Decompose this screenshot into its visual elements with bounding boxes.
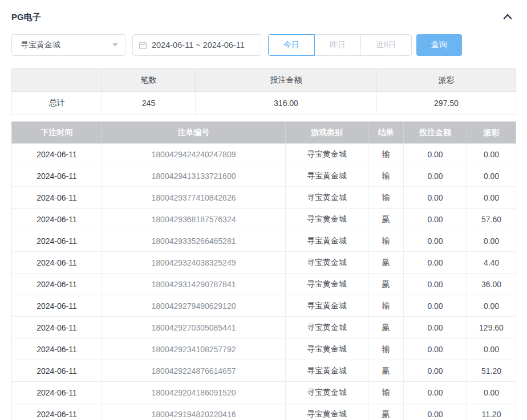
order-id-cell: 1800429194820220416 [102, 403, 286, 420]
last-8-days-button[interactable]: 近8日 [360, 34, 412, 56]
collapse-button[interactable] [503, 12, 512, 22]
game-category-cell: 寻宝黄金城 [286, 252, 368, 274]
payout-cell: 0.00 [467, 165, 516, 187]
result-cell: 赢 [368, 209, 404, 230]
payout-cell: 0.00 [467, 382, 516, 403]
table-row: 总计245316.00297.50 [12, 92, 516, 115]
yesterday-button[interactable]: 昨日 [314, 34, 361, 56]
result-cell: 赢 [368, 317, 404, 339]
bet-amount-cell: 316.00 [196, 92, 377, 115]
bet-time-cell: 2024-06-11 [12, 252, 102, 274]
bet-time-cell: 2024-06-11 [12, 230, 102, 252]
quick-date-button-group: 今日 昨日 近8日 [268, 34, 412, 56]
bet-time-cell: 2024-06-11 [12, 144, 102, 165]
result-cell: 输 [368, 339, 404, 360]
game-category-cell: 寻宝黄金城 [286, 339, 368, 360]
payout-cell: 0.00 [467, 295, 516, 317]
summary-table-body: 总计245316.00297.50 [12, 92, 516, 115]
bet-amount-cell: 0.00 [404, 144, 467, 165]
table-row: 2024-06-111800429279490629120寻宝黄金城输0.000… [12, 295, 516, 317]
bet-amount-cell: 0.00 [404, 295, 467, 317]
payout-cell: 57.60 [467, 209, 516, 230]
game-category-cell: 寻宝黄金城 [286, 187, 368, 209]
bet-time-cell: 2024-06-11 [12, 317, 102, 339]
order-id-cell: 1800429424240247809 [102, 144, 286, 165]
result-cell: 输 [368, 230, 404, 252]
order-id-cell: 1800429234108257792 [102, 339, 286, 360]
bet-amount-cell: 0.00 [404, 274, 467, 295]
detail-header-order-id: 注单编号 [102, 122, 286, 144]
detail-header-game-category: 游戏类别 [286, 122, 368, 144]
table-row: 2024-06-111800429413133721600寻宝黄金城输0.000… [12, 165, 516, 187]
bet-amount-cell: 0.00 [404, 360, 467, 382]
order-id-cell: 1800429324038325249 [102, 252, 286, 274]
detail-table: 下注时间 注单编号 游戏类别 结果 投注金额 派彩 2024-06-111800… [11, 121, 516, 420]
filter-bar: 寻宝黄金城 2024-06-11 ~ 2024-06-11 今日 昨日 近8日 … [11, 34, 516, 56]
payout-cell: 0.00 [467, 339, 516, 360]
game-category-cell: 寻宝黄金城 [286, 274, 368, 295]
summary-header-empty [12, 69, 102, 92]
payout-cell: 36.00 [467, 274, 516, 295]
table-row: 2024-06-111800429368187576324寻宝黄金城赢0.005… [12, 209, 516, 230]
detail-header-bet-time: 下注时间 [12, 122, 102, 144]
table-row: 2024-06-111800429234108257792寻宝黄金城输0.000… [12, 339, 516, 360]
today-button[interactable]: 今日 [268, 34, 315, 56]
summary-table: 笔数 投注金额 派彩 总计245316.00297.50 [11, 68, 516, 115]
bet-time-cell: 2024-06-11 [12, 339, 102, 360]
search-button[interactable]: 查询 [416, 34, 462, 56]
detail-table-body: 2024-06-111800429424240247809寻宝黄金城输0.000… [12, 144, 516, 420]
chevron-down-icon [112, 43, 118, 47]
bet-time-cell: 2024-06-11 [12, 360, 102, 382]
payout-cell: 0.00 [467, 187, 516, 209]
order-id-cell: 1800429335266465281 [102, 230, 286, 252]
summary-header-count: 笔数 [102, 69, 196, 92]
order-id-cell: 1800429224876614657 [102, 360, 286, 382]
detail-header-row: 下注时间 注单编号 游戏类别 结果 投注金额 派彩 [12, 122, 516, 144]
result-cell: 赢 [368, 360, 404, 382]
payout-cell: 129.60 [467, 317, 516, 339]
bet-amount-cell: 0.00 [404, 339, 467, 360]
bet-amount-cell: 0.00 [404, 230, 467, 252]
game-category-cell: 寻宝黄金城 [286, 382, 368, 403]
date-range-input[interactable]: 2024-06-11 ~ 2024-06-11 [132, 34, 261, 56]
table-row: 2024-06-111800429324038325249寻宝黄金城赢0.004… [12, 252, 516, 274]
bet-amount-cell: 0.00 [404, 165, 467, 187]
count-cell: 245 [102, 92, 196, 115]
bet-amount-cell: 0.00 [404, 403, 467, 420]
date-range-value: 2024-06-11 ~ 2024-06-11 [152, 40, 245, 50]
bet-time-cell: 2024-06-11 [12, 165, 102, 187]
game-category-cell: 寻宝黄金城 [286, 403, 368, 420]
game-category-cell: 寻宝黄金城 [286, 209, 368, 230]
order-id-cell: 1800429377410842626 [102, 187, 286, 209]
game-select-value: 寻宝黄金城 [21, 40, 60, 50]
game-category-cell: 寻宝黄金城 [286, 230, 368, 252]
summary-header-payout: 派彩 [377, 69, 516, 92]
game-select[interactable]: 寻宝黄金城 [11, 34, 125, 56]
game-category-cell: 寻宝黄金城 [286, 165, 368, 187]
game-category-cell: 寻宝黄金城 [286, 360, 368, 382]
summary-header-row: 笔数 投注金额 派彩 [12, 69, 516, 92]
bet-time-cell: 2024-06-11 [12, 209, 102, 230]
bet-amount-cell: 0.00 [404, 209, 467, 230]
payout-cell: 0.00 [467, 144, 516, 165]
payout-cell: 297.50 [377, 92, 516, 115]
bet-time-cell: 2024-06-11 [12, 295, 102, 317]
calendar-icon [139, 41, 147, 50]
order-id-cell: 1800429270305085441 [102, 317, 286, 339]
table-row: 2024-06-111800429377410842626寻宝黄金城输0.000… [12, 187, 516, 209]
table-row: 2024-06-111800429270305085441寻宝黄金城赢0.001… [12, 317, 516, 339]
result-cell: 赢 [368, 252, 404, 274]
bet-time-cell: 2024-06-11 [12, 382, 102, 403]
order-id-cell: 1800429368187576324 [102, 209, 286, 230]
game-category-cell: 寻宝黄金城 [286, 317, 368, 339]
result-cell: 赢 [368, 274, 404, 295]
summary-header-bet-amount: 投注金额 [196, 69, 377, 92]
payout-cell: 51.20 [467, 360, 516, 382]
bet-time-cell: 2024-06-11 [12, 403, 102, 420]
payout-cell: 0.00 [467, 230, 516, 252]
result-cell: 赢 [368, 403, 404, 420]
result-cell: 输 [368, 144, 404, 165]
payout-cell: 11.20 [467, 403, 516, 420]
result-cell: 输 [368, 165, 404, 187]
result-cell: 输 [368, 187, 404, 209]
